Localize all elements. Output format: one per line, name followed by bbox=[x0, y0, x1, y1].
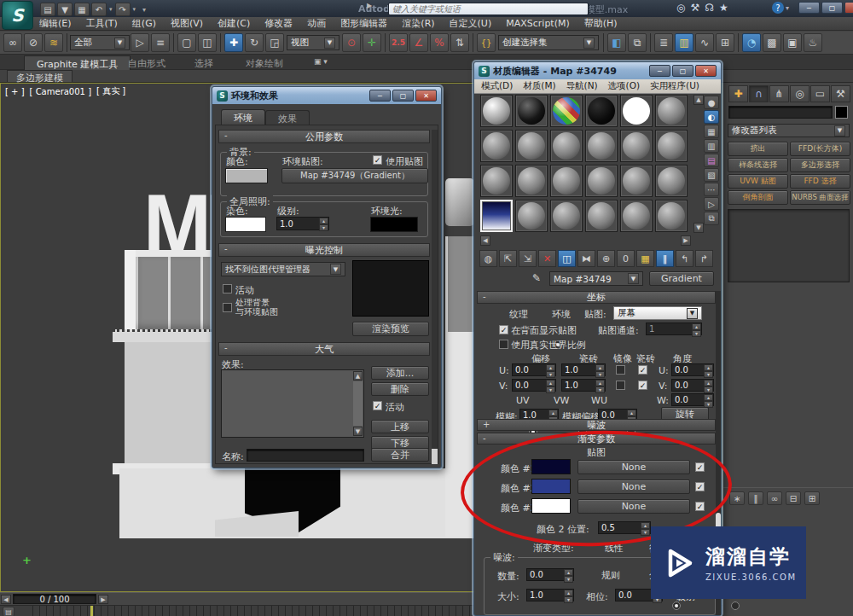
object-color-swatch[interactable] bbox=[835, 106, 848, 119]
sample-slot[interactable] bbox=[480, 130, 513, 162]
make-unique-icon[interactable]: ∞ bbox=[767, 491, 782, 505]
mat-menu-options[interactable]: 选项(O) bbox=[608, 80, 640, 92]
tab-environment[interactable]: 环境 bbox=[221, 109, 265, 125]
viewport-menu-shading[interactable]: [ 真实 ] bbox=[96, 85, 125, 97]
save-file-icon[interactable]: ▦ bbox=[74, 3, 90, 16]
get-material-icon[interactable]: ◍ bbox=[479, 250, 497, 267]
modifier-btn-ffd-select[interactable]: FFD 选择 bbox=[790, 174, 850, 189]
search-input[interactable] bbox=[388, 3, 589, 15]
tab-display-icon[interactable]: ▭ bbox=[810, 85, 830, 102]
sample-slot[interactable] bbox=[515, 95, 548, 127]
tab-modify-icon[interactable]: ∩ bbox=[749, 85, 769, 102]
sample-slot[interactable] bbox=[515, 130, 548, 162]
tab-create-icon[interactable]: ✚ bbox=[728, 85, 748, 102]
menu-rendering[interactable]: 渲染(R) bbox=[402, 17, 434, 30]
sample-slot[interactable] bbox=[620, 130, 653, 162]
map-channel-spinner[interactable]: 1▴▾ bbox=[646, 323, 702, 335]
palette-scroll-up-icon[interactable]: ▲ bbox=[693, 95, 704, 105]
open-file-icon[interactable]: ▼ bbox=[57, 3, 73, 16]
curve-editor-icon[interactable]: ∿ bbox=[695, 33, 714, 52]
menu-help[interactable]: 帮助(H) bbox=[584, 17, 618, 30]
sample-slot[interactable] bbox=[550, 95, 583, 127]
mat-menu-material[interactable]: 材质(M) bbox=[523, 80, 555, 92]
sample-slot[interactable] bbox=[620, 200, 653, 232]
atmosphere-active-checkbox[interactable] bbox=[373, 401, 382, 410]
object-name-field[interactable] bbox=[728, 106, 833, 119]
size-spinner[interactable]: 1.0▴▾ bbox=[526, 589, 574, 601]
mat-close-button[interactable]: ✕ bbox=[695, 65, 717, 77]
use-pivot-center-icon[interactable]: ⊙ bbox=[342, 33, 361, 52]
select-link-icon[interactable]: ∞ bbox=[3, 33, 22, 52]
show-end-result-icon[interactable]: ‖ bbox=[656, 250, 674, 267]
sample-slot[interactable] bbox=[550, 165, 583, 197]
video-color-check-icon[interactable]: ▤ bbox=[704, 154, 719, 167]
window-close-button[interactable]: ✕ bbox=[844, 2, 853, 14]
sample-slot[interactable] bbox=[620, 95, 653, 127]
exposure-active-checkbox[interactable] bbox=[223, 284, 232, 293]
spinner-snap-icon[interactable]: ⇅ bbox=[450, 33, 469, 52]
effects-scroll-track[interactable] bbox=[353, 381, 363, 426]
use-map-checkbox[interactable] bbox=[373, 155, 382, 165]
palette-scroll-down-icon[interactable]: ▼ bbox=[693, 223, 704, 233]
atmosphere-name-field[interactable] bbox=[247, 449, 364, 462]
put-to-library-icon[interactable]: ⊕ bbox=[597, 250, 615, 267]
sample-slot[interactable] bbox=[655, 200, 688, 232]
sample-uv-tiling-icon[interactable]: ▥ bbox=[704, 139, 719, 153]
mat-menu-modes[interactable]: 模式(D) bbox=[481, 80, 513, 92]
viewport-menu-plus[interactable]: [ + ] bbox=[5, 87, 25, 96]
modifier-btn-nurbs-select[interactable]: NURBS 曲面选择 bbox=[790, 190, 850, 205]
show-end-result-icon[interactable]: ‖ bbox=[748, 491, 763, 505]
palette-scroll-left-icon[interactable]: ◀ bbox=[480, 235, 490, 246]
env-scrollbar-thumb[interactable] bbox=[432, 449, 438, 464]
ribbon-tab-selection[interactable]: 选择 bbox=[194, 57, 213, 70]
v-tile-checkbox[interactable] bbox=[638, 381, 647, 390]
render-production-icon[interactable]: ♨ bbox=[804, 33, 822, 52]
w-angle-spinner[interactable]: 0.0▴▾ bbox=[671, 393, 714, 406]
u-angle-spinner[interactable]: 0.0▴▾ bbox=[671, 363, 714, 376]
eyedropper-icon[interactable]: ✎ bbox=[532, 272, 541, 284]
application-button[interactable]: S bbox=[2, 1, 33, 30]
selection-region-icon[interactable]: ▢ bbox=[177, 33, 196, 52]
sample-slot[interactable] bbox=[550, 130, 583, 162]
modifier-btn-ffd-box[interactable]: FFD(长方体) bbox=[790, 142, 850, 156]
communication-icon[interactable]: ☊ bbox=[705, 2, 714, 14]
map-type-button[interactable]: Gradient bbox=[649, 271, 714, 286]
menu-tools[interactable]: 工具(T) bbox=[86, 17, 118, 30]
quickaccess-dropdown-icon[interactable]: ▾ bbox=[142, 6, 146, 14]
menu-views[interactable]: 视图(V) bbox=[171, 17, 203, 30]
map-name-dropdown[interactable]: Map #34749▼ bbox=[549, 271, 643, 286]
make-unique-icon[interactable]: ⧓ bbox=[577, 250, 595, 267]
process-bg-checkbox[interactable] bbox=[223, 303, 232, 312]
palette-scroll-right-icon[interactable]: ▶ bbox=[681, 235, 691, 246]
named-selection-sets-icon[interactable]: {} bbox=[477, 33, 496, 52]
tab-motion-icon[interactable]: ◎ bbox=[790, 85, 809, 102]
sample-slot[interactable] bbox=[620, 165, 653, 197]
schematic-view-icon[interactable]: ⊞ bbox=[716, 33, 734, 52]
undo-dropdown-icon[interactable]: ▾ bbox=[109, 6, 113, 13]
ribbon-tab-graphite[interactable]: Graphite 建模工具 bbox=[24, 55, 131, 70]
modifier-btn-extrude[interactable]: 挤出 bbox=[728, 142, 788, 156]
pin-stack-icon[interactable]: ∗ bbox=[729, 491, 745, 505]
layer-manager-icon[interactable]: ≣ bbox=[654, 33, 673, 52]
background-checker-icon[interactable]: ▦ bbox=[704, 125, 719, 138]
previous-frame-icon[interactable]: ◀ bbox=[1, 595, 11, 604]
help-dropdown-icon[interactable]: ▾ bbox=[786, 4, 789, 12]
time-slider-field[interactable]: 0 / 100 bbox=[13, 594, 96, 604]
rollout-coordinates[interactable]: -坐标 bbox=[477, 291, 716, 304]
u-tiling-spinner[interactable]: 1.0▴▾ bbox=[561, 363, 606, 376]
new-file-icon[interactable]: ▤ bbox=[40, 3, 55, 16]
sample-slot[interactable] bbox=[655, 130, 688, 162]
sample-slot[interactable] bbox=[585, 165, 618, 197]
wrench-icon[interactable]: ⚒ bbox=[690, 2, 699, 14]
v-mirror-checkbox[interactable] bbox=[616, 381, 625, 390]
mirror-icon[interactable]: ◧ bbox=[607, 33, 626, 52]
ribbon-tab-freeform[interactable]: 自由形式 bbox=[128, 57, 165, 70]
ribbon-tab-object-paint[interactable]: 对象绘制 bbox=[246, 57, 283, 70]
ribbon-toggle-icon[interactable]: ▥ bbox=[675, 33, 693, 52]
mat-maximize-button[interactable]: ▢ bbox=[672, 65, 693, 77]
menu-group[interactable]: 组(G) bbox=[132, 17, 156, 30]
select-rotate-icon[interactable]: ↻ bbox=[245, 33, 264, 52]
env-minimize-button[interactable]: ─ bbox=[369, 90, 391, 102]
snap-toggle-icon[interactable]: 2.5 bbox=[389, 33, 408, 52]
assign-to-selection-icon[interactable]: ⇲ bbox=[519, 250, 537, 267]
